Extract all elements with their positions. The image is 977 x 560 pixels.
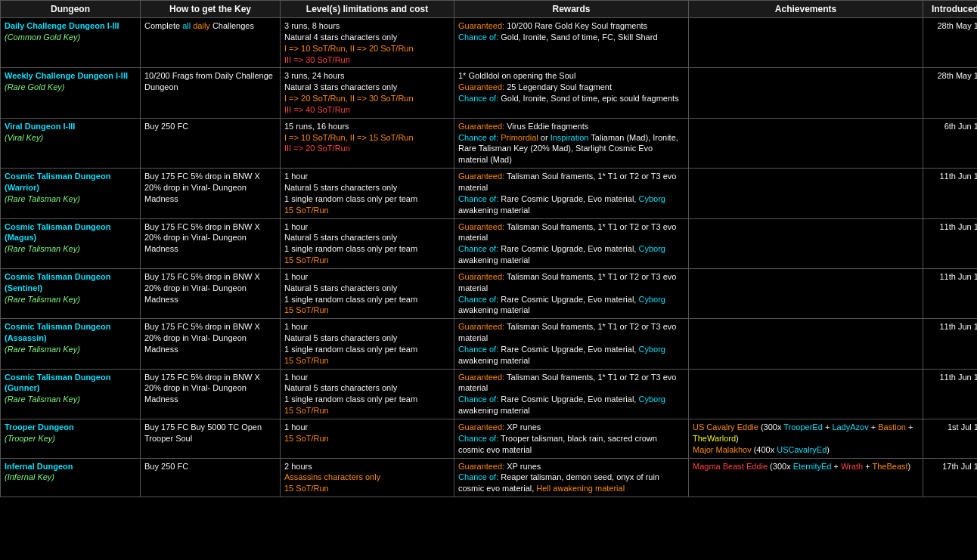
reward-part: Inspiration: [551, 133, 589, 142]
dungeon-key-label: (Common Gold Key): [5, 32, 80, 42]
introduced-cell: 11th Jun 19: [923, 169, 978, 218]
levels-cell: 1 hourNatural 5 stars characters only1 s…: [281, 268, 454, 318]
levels-cell: 1 hour15 SoT/Run: [281, 419, 454, 459]
table-row: Viral Dungeon I-III(Viral Key)Buy 250 FC…: [1, 118, 978, 168]
level-line: 15 SoT/Run: [284, 206, 329, 215]
table-row: Weekly Challenge Dungeon I-III(Rare Gold…: [1, 68, 978, 118]
reward-text: 10/200 Rare Gold Key Soul fragments: [507, 21, 647, 30]
table-row: Infernal Dungeon(Infernal Key)Buy 250 FC…: [1, 458, 978, 497]
dungeon-cell: Cosmic Talisman Dungeon (Assassin)(Rare …: [1, 319, 141, 369]
dungeon-name: Cosmic Talisman Dungeon (Sentinel): [5, 272, 110, 292]
dungeon-cell: Viral Dungeon I-III(Viral Key): [1, 118, 141, 168]
key-how: Buy 175 FC 5% drop in BNW X 20% drop in …: [144, 373, 260, 404]
reward-text: Virus Eddie fragments: [507, 122, 588, 131]
level-line: I => 20 SoT/Run, II => 30 SoT/Run: [284, 94, 414, 103]
key-how: Buy 175 FC 5% drop in BNW X 20% drop in …: [144, 322, 260, 354]
reward-part: Rare Cosmic Upgrade, Evo material,: [501, 295, 638, 304]
level-line: 15 SoT/Run: [284, 406, 329, 415]
reward-prefix: Guaranteed:: [458, 122, 507, 131]
table-row: Cosmic Talisman Dungeon (Assassin)(Rare …: [1, 319, 978, 369]
header-key: How to get the Key: [141, 1, 281, 18]
introduced-cell: 11th Jun 19: [923, 319, 978, 369]
introduced-cell: 11th Jun 19: [923, 369, 978, 419]
key-how: Buy 175 FC 5% drop in BNW X 20% drop in …: [144, 222, 260, 254]
dungeon-cell: Cosmic Talisman Dungeon (Gunner)(Rare Ta…: [1, 369, 141, 419]
reward-prefix: Guaranteed:: [458, 373, 507, 382]
achievements-cell: [689, 68, 923, 118]
key-how: Buy 175 FC Buy 5000 TC Open Trooper Soul: [144, 422, 262, 443]
achievements-cell: Magma Beast Eddie (300x EternityEd + Wra…: [689, 458, 923, 497]
reward-part: Cyborg: [638, 194, 665, 203]
level-line: 1 hour: [284, 222, 308, 231]
rewards-cell: Guaranteed: Talisman Soul framents, 1* T…: [454, 218, 689, 268]
level-line: 1 single random class only per team: [284, 295, 417, 304]
key-cell: Buy 175 FC 5% drop in BNW X 20% drop in …: [141, 369, 281, 419]
dungeon-key-label: (Rare Talisman Key): [5, 295, 80, 304]
key-cell: Complete all daily Challenges: [141, 18, 281, 68]
level-line: 3 runs, 24 hours: [284, 71, 345, 80]
level-line: 1 single random class only per team: [284, 394, 417, 404]
reward-part: Rare Cosmic Upgrade, Evo material,: [501, 394, 638, 404]
rewards-cell: Guaranteed: Talisman Soul framents, 1* T…: [454, 268, 689, 318]
level-line: 3 runs, 8 hours: [284, 21, 340, 30]
reward-part: awakening material: [458, 406, 530, 415]
achievements-cell: [689, 218, 923, 268]
dungeon-cell: Cosmic Talisman Dungeon (Magus)(Rare Tal…: [1, 218, 141, 268]
reward-prefix: Chance of:: [458, 32, 501, 42]
reward-text: XP runes: [507, 422, 541, 432]
level-line: 15 SoT/Run: [284, 484, 329, 493]
header-introduced: Introduced: [923, 1, 978, 18]
header-dungeon: Dungeon: [1, 1, 141, 18]
levels-cell: 1 hourNatural 5 stars characters only1 s…: [281, 218, 454, 268]
level-line: III => 20 SoT/Run: [284, 144, 350, 153]
level-line: I => 10 SoT/Run, II => 20 SoT/Run: [284, 44, 414, 53]
level-line: 2 hours: [284, 462, 312, 471]
rewards-cell: Guaranteed: 10/200 Rare Gold Key Soul fr…: [454, 18, 689, 68]
header-rewards: Rewards: [454, 1, 689, 18]
introduced-cell: 28th May 19: [923, 68, 978, 118]
reward-prefix: Guaranteed:: [458, 272, 507, 281]
level-line: Natural 5 stars characters only: [284, 233, 397, 242]
reward-text: Gold, Ironite, Sond of time, epic sould …: [501, 94, 678, 103]
rewards-cell: Guaranteed: XP runesChance of: Reaper ta…: [454, 458, 689, 497]
table-row: Cosmic Talisman Dungeon (Magus)(Rare Tal…: [1, 218, 978, 268]
dungeon-key-label: (Viral Key): [5, 133, 43, 142]
levels-cell: 1 hourNatural 5 stars characters only1 s…: [281, 319, 454, 369]
header-achievements: Achievements: [689, 1, 923, 18]
reward-text: XP runes: [507, 462, 541, 471]
reward-prefix: Chance of:: [458, 472, 501, 481]
level-line: 1 hour: [284, 322, 308, 331]
dungeon-name: Infernal Dungeon: [5, 462, 73, 471]
key-how: Buy 250 FC: [144, 462, 188, 471]
introduced-cell: 11th Jun 19: [923, 218, 978, 268]
dungeon-name: Cosmic Talisman Dungeon (Warrior): [5, 172, 110, 192]
introduced-cell: 17th Jul 19: [923, 458, 978, 497]
dungeon-key-label: (Rare Talisman Key): [5, 194, 80, 203]
dungeon-cell: Daily Challenge Dungeon I-III(Common Gol…: [1, 18, 141, 68]
reward-part: awakening material: [458, 305, 530, 314]
reward-prefix: Chance of:: [458, 434, 501, 443]
reward-prefix: Guaranteed:: [458, 462, 507, 471]
reward-part: Cyborg: [638, 345, 665, 354]
reward-part: Primordial: [501, 133, 538, 142]
reward-part: awakening material: [458, 255, 530, 265]
level-line: 15 runs, 16 hours: [284, 122, 349, 131]
dungeon-cell: Infernal Dungeon(Infernal Key): [1, 458, 141, 497]
key-cell: Buy 175 FC 5% drop in BNW X 20% drop in …: [141, 218, 281, 268]
key-cell: Buy 175 FC 5% drop in BNW X 20% drop in …: [141, 268, 281, 318]
level-line: Natural 5 stars characters only: [284, 333, 397, 342]
key-cell: Buy 175 FC Buy 5000 TC Open Trooper Soul: [141, 419, 281, 459]
dungeon-name: Trooper Dungeon: [5, 422, 74, 432]
introduced-cell: 1st Jul 19: [923, 419, 978, 459]
table-row: Trooper Dungeon(Trooper Key)Buy 175 FC B…: [1, 419, 978, 459]
achievements-cell: [689, 169, 923, 218]
reward-part: Rare Cosmic Upgrade, Evo material,: [501, 244, 638, 253]
table-row: Daily Challenge Dungeon I-III(Common Gol…: [1, 18, 978, 68]
dungeon-key-label: (Trooper Key): [5, 434, 55, 443]
dungeon-cell: Weekly Challenge Dungeon I-III(Rare Gold…: [1, 68, 141, 118]
level-line: 15 SoT/Run: [284, 305, 329, 314]
key-how: Complete all daily Challenges: [144, 21, 254, 30]
dungeon-name: Viral Dungeon I-III: [5, 122, 75, 131]
dungeon-cell: Trooper Dungeon(Trooper Key): [1, 419, 141, 459]
reward-prefix: Guaranteed:: [458, 21, 507, 30]
